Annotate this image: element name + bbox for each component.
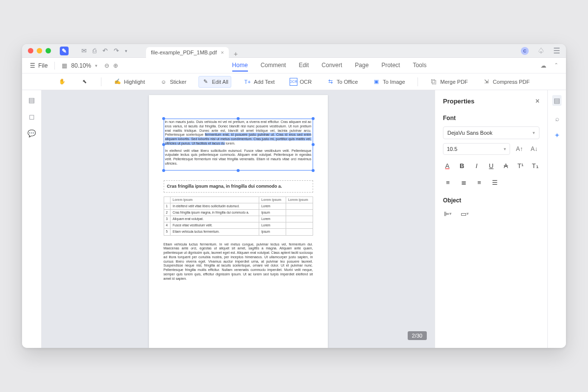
- app-logo-icon: ✎: [60, 47, 69, 55]
- hand-tool[interactable]: ✋: [56, 76, 69, 87]
- object-section-label: Object: [443, 197, 539, 204]
- new-tab-button[interactable]: +: [234, 50, 238, 58]
- nav-tab-comment[interactable]: Comment: [261, 60, 286, 72]
- resize-handle[interactable]: [162, 143, 165, 146]
- add-text-icon: T+: [244, 78, 251, 86]
- nav-tab-home[interactable]: Home: [232, 60, 248, 72]
- font-color-icon[interactable]: A: [443, 161, 452, 171]
- mail-icon[interactable]: ✉: [81, 47, 87, 54]
- ocr-tool[interactable]: OCROCR: [287, 76, 314, 87]
- align-center-icon[interactable]: ≣: [459, 177, 468, 187]
- resize-handle[interactable]: [237, 169, 240, 172]
- align-left-icon[interactable]: ≡: [443, 177, 453, 187]
- table-header: Lorem ipsum: [286, 196, 313, 203]
- sticker-tool[interactable]: ☺Sticker: [157, 76, 189, 87]
- compress-tool[interactable]: ⇲Compress PDF: [480, 76, 532, 87]
- undo-icon[interactable]: ↶: [102, 47, 108, 54]
- zoom-out-icon[interactable]: ⊖: [104, 62, 109, 69]
- nav-tab-edit[interactable]: Edit: [299, 60, 309, 72]
- merge-icon: ⿻: [430, 78, 438, 86]
- nav-tab-convert[interactable]: Convert: [321, 60, 342, 72]
- traffic-minimize[interactable]: [37, 48, 42, 53]
- zoom-dropdown-icon[interactable]: ▾: [95, 63, 98, 68]
- close-tab-icon[interactable]: ×: [221, 49, 224, 55]
- zoom-in-icon[interactable]: ⊕: [113, 62, 118, 69]
- object-align-icon[interactable]: ⊫ ▾: [443, 209, 453, 219]
- align-justify-icon[interactable]: ☰: [490, 177, 500, 187]
- resize-handle[interactable]: [162, 117, 165, 120]
- paragraph-text: In eleifend velit vitae libero sollicitu…: [165, 149, 312, 166]
- to-image-icon: ▣: [372, 78, 380, 86]
- traffic-close[interactable]: [28, 48, 33, 53]
- file-menu-button[interactable]: ☰ File: [30, 62, 48, 69]
- italic-icon[interactable]: I: [472, 161, 481, 171]
- align-right-icon[interactable]: ≡: [474, 177, 484, 187]
- document-canvas[interactable]: in non mauris justo. Duis vehicula mi ve…: [42, 90, 435, 348]
- resize-handle[interactable]: [237, 117, 240, 120]
- increase-font-icon[interactable]: A↑: [514, 144, 525, 154]
- strikethrough-icon[interactable]: A: [501, 161, 510, 171]
- traffic-maximize[interactable]: [46, 48, 51, 53]
- hand-icon: ✋: [58, 78, 66, 86]
- left-sidebar: ▤ ◻ 💬: [22, 90, 42, 348]
- paragraph-text: Etiam vehicula luctus fermentum. In vel …: [164, 243, 313, 281]
- thumbnails-icon[interactable]: ▤: [28, 96, 35, 104]
- document-heading[interactable]: Cras fringilla ipsum magna, in fringilla…: [164, 180, 313, 193]
- resize-handle[interactable]: [312, 117, 315, 120]
- ocr-icon: OCR: [290, 78, 297, 86]
- decrease-font-icon[interactable]: A↓: [529, 144, 539, 154]
- table-row: 3Aliquam erat volutpat.Lorem: [164, 216, 313, 222]
- add-text-tool[interactable]: T+Add Text: [241, 76, 277, 87]
- table-row: 2Cras fringilla ipsum magna, in fringill…: [164, 210, 313, 216]
- panel-title: Properties: [443, 98, 474, 105]
- cloud-icon[interactable]: ☁: [540, 62, 546, 69]
- bookmark-icon[interactable]: ◻: [29, 113, 35, 121]
- to-image-tool[interactable]: ▣To Image: [370, 76, 407, 87]
- redo-icon[interactable]: ↷: [114, 47, 119, 54]
- nav-tab-tools[interactable]: Tools: [413, 60, 426, 72]
- compress-icon: ⇲: [483, 78, 490, 86]
- hamburger-menu-icon[interactable]: ☰: [553, 46, 560, 55]
- document-table: Lorem ipsumLorem ipsumLorem ipsum 1In el…: [164, 196, 313, 236]
- nav-tab-page[interactable]: Page: [355, 60, 368, 72]
- close-panel-icon[interactable]: ×: [536, 97, 539, 105]
- nav-tab-protect[interactable]: Protect: [381, 60, 400, 72]
- highlight-icon: ✍: [114, 78, 122, 86]
- table-row: 1In eleifend velit vitae libero sollicit…: [164, 203, 313, 209]
- edit-icon: ✎: [201, 78, 209, 86]
- table-header: Lorem ipsum: [259, 196, 286, 203]
- document-tab[interactable]: file-example_PDF_1MB.pdf ×: [146, 47, 229, 58]
- table-row: 4Fusce vitae vestibulum velit.Lorem: [164, 222, 313, 229]
- table-header: Lorem ipsum: [171, 196, 259, 203]
- edit-all-tool[interactable]: ✎Edit All: [198, 76, 231, 88]
- zoom-value[interactable]: 80.10%: [71, 62, 91, 69]
- properties-toggle-icon[interactable]: ▤: [552, 95, 562, 106]
- object-arrange-icon[interactable]: ▭ ▾: [460, 209, 469, 219]
- resize-handle[interactable]: [312, 169, 315, 172]
- more-icon[interactable]: ▾: [125, 49, 127, 53]
- font-family-select[interactable]: DejaVu Sans Book ▾: [443, 126, 539, 139]
- collapse-icon[interactable]: ⌃: [554, 62, 558, 69]
- page-indicator[interactable]: 2/30: [408, 331, 427, 340]
- superscript-icon[interactable]: T¹: [516, 161, 525, 171]
- page-view-icon[interactable]: ▦: [62, 62, 67, 69]
- font-size-select[interactable]: 10.5 ▾: [443, 143, 510, 155]
- comments-icon[interactable]: 💬: [27, 129, 36, 137]
- ai-sparkle-icon[interactable]: ✦: [554, 131, 560, 139]
- select-tool[interactable]: ⬉: [78, 76, 91, 87]
- search-icon[interactable]: ⌕: [555, 115, 559, 122]
- resize-handle[interactable]: [162, 169, 165, 172]
- resize-handle[interactable]: [312, 143, 315, 146]
- selected-text-block[interactable]: in non mauris justo. Duis vehicula mi ve…: [164, 119, 313, 171]
- user-avatar[interactable]: C: [521, 47, 529, 55]
- notification-icon[interactable]: ♤: [538, 46, 544, 55]
- to-office-icon: ⇆: [326, 78, 334, 86]
- main-navbar: ☰ File ▦ 80.10% ▾ ⊖ ⊕ HomeCommentEditCon…: [22, 58, 566, 74]
- merge-tool[interactable]: ⿻Merge PDF: [428, 76, 470, 87]
- print-icon[interactable]: ⎙: [93, 47, 97, 54]
- to-office-tool[interactable]: ⇆To Office: [324, 76, 360, 87]
- bold-icon[interactable]: B: [458, 161, 466, 171]
- highlight-tool[interactable]: ✍Highlight: [111, 76, 147, 87]
- underline-icon[interactable]: U: [487, 161, 496, 171]
- subscript-icon[interactable]: T₁: [531, 161, 539, 171]
